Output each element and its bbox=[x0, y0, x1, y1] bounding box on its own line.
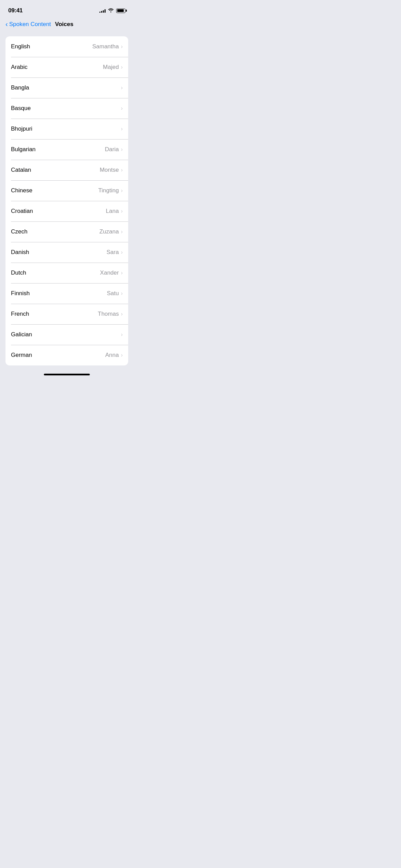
list-item[interactable]: CzechZuzana› bbox=[5, 221, 128, 242]
list-item[interactable]: BulgarianDaria› bbox=[5, 139, 128, 160]
list-item[interactable]: ArabicMajed› bbox=[5, 57, 128, 77]
voice-name: Xander bbox=[100, 269, 119, 276]
language-name: Czech bbox=[11, 228, 27, 235]
voice-name: Montse bbox=[100, 167, 119, 173]
language-list: EnglishSamantha›ArabicMajed›Bangla›Basqu… bbox=[5, 36, 128, 365]
chevron-right-icon: › bbox=[121, 188, 123, 194]
voice-name: Samantha bbox=[92, 43, 119, 50]
chevron-right-icon: › bbox=[121, 311, 123, 317]
language-name: Danish bbox=[11, 249, 29, 256]
nav-header: ‹ Spoken Content Voices bbox=[0, 16, 134, 31]
item-right: Samantha› bbox=[92, 43, 123, 50]
chevron-right-icon: › bbox=[121, 352, 123, 358]
voice-name: Satu bbox=[107, 290, 119, 297]
chevron-right-icon: › bbox=[121, 208, 123, 214]
home-bar bbox=[44, 374, 90, 375]
item-right: Lana› bbox=[106, 208, 123, 215]
item-right: Montse› bbox=[100, 167, 123, 173]
item-right: › bbox=[121, 105, 123, 111]
home-indicator bbox=[0, 374, 134, 378]
list-item[interactable]: Basque› bbox=[5, 98, 128, 119]
status-bar: 09:41 bbox=[0, 0, 134, 16]
chevron-right-icon: › bbox=[121, 290, 123, 297]
language-name: Croatian bbox=[11, 208, 33, 215]
language-name: Chinese bbox=[11, 187, 32, 194]
language-name: Catalan bbox=[11, 167, 31, 173]
list-item[interactable]: Galician› bbox=[5, 324, 128, 345]
list-item[interactable]: DutchXander› bbox=[5, 263, 128, 283]
item-right: Sara› bbox=[107, 249, 123, 256]
language-name: Bangla bbox=[11, 84, 29, 91]
chevron-right-icon: › bbox=[121, 229, 123, 235]
page-title: Voices bbox=[55, 21, 74, 28]
item-right: Majed› bbox=[103, 64, 123, 71]
list-item[interactable]: EnglishSamantha› bbox=[5, 36, 128, 57]
list-item[interactable]: Bangla› bbox=[5, 77, 128, 98]
item-right: Zuzana› bbox=[99, 228, 123, 235]
language-name: Galician bbox=[11, 331, 32, 338]
chevron-right-icon: › bbox=[121, 126, 123, 132]
item-right: › bbox=[121, 126, 123, 132]
language-name: Arabic bbox=[11, 64, 27, 71]
language-name: Finnish bbox=[11, 290, 30, 297]
item-right: Tingting› bbox=[98, 187, 123, 194]
chevron-right-icon: › bbox=[121, 167, 123, 173]
list-item[interactable]: FrenchThomas› bbox=[5, 304, 128, 324]
language-name: French bbox=[11, 311, 29, 317]
chevron-right-icon: › bbox=[121, 331, 123, 338]
back-button[interactable]: ‹ Spoken Content bbox=[5, 21, 51, 28]
battery-icon bbox=[116, 9, 125, 13]
chevron-right-icon: › bbox=[121, 105, 123, 111]
status-time: 09:41 bbox=[8, 7, 23, 14]
chevron-right-icon: › bbox=[121, 64, 123, 70]
chevron-right-icon: › bbox=[121, 85, 123, 91]
language-name: Bulgarian bbox=[11, 146, 36, 153]
voice-name: Anna bbox=[105, 352, 119, 359]
voice-name: Daria bbox=[105, 146, 119, 153]
item-right: Xander› bbox=[100, 269, 123, 276]
chevron-right-icon: › bbox=[121, 270, 123, 276]
item-right: Anna› bbox=[105, 352, 123, 359]
list-item[interactable]: CroatianLana› bbox=[5, 201, 128, 221]
chevron-right-icon: › bbox=[121, 249, 123, 255]
status-icons bbox=[99, 8, 125, 13]
item-right: › bbox=[121, 331, 123, 338]
voice-name: Lana bbox=[106, 208, 119, 215]
voice-name: Sara bbox=[107, 249, 119, 256]
item-right: › bbox=[121, 85, 123, 91]
language-name: English bbox=[11, 43, 30, 50]
item-right: Daria› bbox=[105, 146, 123, 153]
list-item[interactable]: DanishSara› bbox=[5, 242, 128, 263]
list-item[interactable]: ChineseTingting› bbox=[5, 180, 128, 201]
item-right: Satu› bbox=[107, 290, 123, 297]
voice-name: Zuzana bbox=[99, 228, 119, 235]
chevron-right-icon: › bbox=[121, 44, 123, 50]
list-item[interactable]: CatalanMontse› bbox=[5, 160, 128, 180]
voice-name: Tingting bbox=[98, 187, 119, 194]
voice-name: Thomas bbox=[98, 311, 119, 317]
chevron-right-icon: › bbox=[121, 146, 123, 153]
signal-icon bbox=[99, 9, 106, 13]
wifi-icon bbox=[108, 8, 114, 13]
language-name: German bbox=[11, 352, 32, 359]
list-item[interactable]: GermanAnna› bbox=[5, 345, 128, 365]
item-right: Thomas› bbox=[98, 311, 123, 317]
back-label: Spoken Content bbox=[9, 21, 51, 28]
language-name: Bhojpuri bbox=[11, 125, 32, 132]
list-item[interactable]: Bhojpuri› bbox=[5, 119, 128, 139]
language-name: Basque bbox=[11, 105, 31, 112]
voice-name: Majed bbox=[103, 64, 119, 71]
back-chevron-icon: ‹ bbox=[5, 20, 8, 28]
list-item[interactable]: FinnishSatu› bbox=[5, 283, 128, 304]
language-name: Dutch bbox=[11, 269, 26, 276]
